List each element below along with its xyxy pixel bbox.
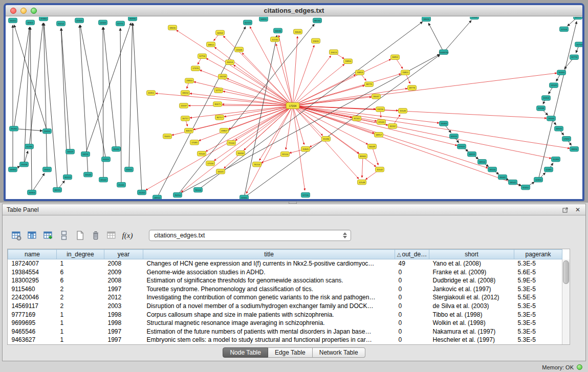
network-node[interactable]: 22040	[377, 120, 386, 124]
network-node[interactable]: 18957	[375, 133, 383, 137]
network-node[interactable]: 16444	[557, 70, 566, 75]
cell-title[interactable]: Genome-wide association studies in ADHD.	[143, 268, 395, 277]
network-node[interactable]: 16913	[574, 17, 582, 19]
network-node[interactable]: 90513	[63, 174, 72, 179]
network-node[interactable]: 16044	[547, 116, 556, 121]
network-node[interactable]: 18301	[26, 20, 35, 25]
network-edge[interactable]	[293, 106, 547, 118]
network-node[interactable]: 23810	[185, 78, 194, 83]
network-node[interactable]: 19448	[470, 17, 479, 19]
tab-node-table[interactable]: Node Table	[223, 347, 268, 358]
network-node[interactable]: 15953	[542, 96, 551, 100]
network-node[interactable]: 16963	[28, 190, 36, 194]
network-node[interactable]: 19611	[312, 38, 320, 43]
network-node[interactable]: 16041	[216, 169, 225, 173]
network-node[interactable]: 14543	[550, 83, 558, 87]
network-node[interactable]: 74850	[344, 59, 353, 63]
network-node[interactable]: 18630	[168, 25, 177, 30]
network-node[interactable]: 88130	[313, 18, 322, 23]
network-node[interactable]: 16902	[216, 30, 225, 35]
network-node[interactable]: 55723	[244, 20, 252, 25]
cell-pagerank[interactable]: 5.3E-5	[514, 285, 562, 294]
network-node[interactable]: 71544	[227, 141, 236, 145]
network-node[interactable]: 18694	[570, 147, 579, 151]
cell-year[interactable]: 1998	[104, 319, 143, 327]
network-node[interactable]: 18775	[365, 82, 374, 86]
cell-short[interactable]: Franke et al. (2009)	[429, 268, 514, 277]
cell-title[interactable]: Investigating the contribution of common…	[143, 293, 395, 302]
network-node[interactable]: 30671	[213, 102, 222, 106]
cell-year[interactable]: 2008	[104, 276, 143, 285]
cell-out-degree[interactable]: 0	[395, 336, 429, 344]
cell-in-degree[interactable]: 1	[57, 327, 104, 336]
network-node[interactable]: 18776	[408, 85, 417, 90]
network-node[interactable]: 69919	[450, 134, 459, 139]
network-node[interactable]: 67919	[458, 144, 466, 149]
network-node[interactable]: 18104	[488, 167, 497, 171]
network-node[interactable]: 16162	[388, 124, 397, 128]
network-node[interactable]: 76104	[194, 187, 203, 192]
cell-year[interactable]: 1997	[104, 336, 143, 344]
network-edge[interactable]	[32, 173, 45, 192]
network-node[interactable]: 16852	[391, 55, 400, 59]
network-node[interactable]: 76254	[173, 192, 182, 197]
cell-year[interactable]: 1997	[104, 285, 143, 294]
network-edge[interactable]	[133, 23, 142, 192]
network-edge[interactable]	[24, 27, 30, 164]
cell-short[interactable]: Dudbridge et al. (2008)	[429, 276, 514, 285]
network-node[interactable]: 15184	[322, 137, 331, 141]
column-header-title[interactable]: title	[143, 250, 395, 259]
scrollbar-thumb[interactable]	[563, 260, 569, 284]
tab-network-table[interactable]: Network Table	[313, 347, 365, 358]
network-node[interactable]: 74853	[356, 70, 364, 75]
network-node[interactable]: 17376	[191, 66, 200, 71]
network-node[interactable]: 12240	[271, 37, 279, 41]
network-node[interactable]: 18542	[509, 180, 517, 184]
cell-pagerank[interactable]: 5.3E-5	[514, 302, 562, 311]
network-node[interactable]: 30672	[185, 128, 193, 133]
network-node[interactable]: 16640	[294, 29, 302, 34]
cell-in-degree[interactable]: 1	[57, 311, 104, 319]
table-row[interactable]: 2242004622012Investigating the contribut…	[8, 293, 562, 302]
network-edge[interactable]	[30, 27, 32, 192]
cell-short[interactable]: Nakamura et al. (1997)	[429, 327, 514, 336]
network-node[interactable]: 15283	[552, 157, 560, 161]
network-node[interactable]: 20543	[84, 172, 93, 177]
show-columns-button[interactable]	[26, 229, 39, 242]
network-node[interactable]: 15546	[399, 108, 407, 113]
cell-name[interactable]: 9777169	[8, 311, 57, 319]
network-node[interactable]: 32161	[353, 116, 361, 121]
cell-out-degree[interactable]: 0	[395, 276, 429, 285]
network-node[interactable]: 18983	[9, 167, 17, 171]
network-node[interactable]: 74851	[401, 70, 410, 75]
network-node[interactable]: 18616	[422, 17, 431, 21]
network-node[interactable]: 16619	[66, 149, 75, 154]
cell-short[interactable]: Jankovic et al. (1997)	[429, 285, 514, 294]
network-edge[interactable]	[279, 35, 293, 106]
network-node[interactable]: 19739	[575, 42, 583, 47]
table-row[interactable]: 911546021997Tourette syndrome. Phenomeno…	[8, 285, 562, 294]
network-edge[interactable]	[293, 106, 457, 146]
network-node[interactable]: 16049	[368, 144, 377, 149]
cell-title[interactable]: Embryonic stem cells: a model to study s…	[143, 336, 395, 344]
network-node[interactable]: 18812	[207, 42, 215, 47]
cell-pagerank[interactable]: 5.3E-5	[514, 327, 562, 336]
network-node[interactable]: 91154	[57, 21, 66, 26]
cell-title[interactable]: Changes of HCN gene expression and I(f) …	[143, 259, 395, 268]
cell-pagerank[interactable]: 5.5E-5	[514, 293, 562, 302]
column-header-short[interactable]: short	[429, 250, 514, 259]
cell-in-degree[interactable]: 2	[57, 293, 104, 302]
cell-out-degree[interactable]: 0	[395, 268, 429, 277]
network-view[interactable]: 1720416902188121275417376238101805422037…	[6, 17, 582, 199]
cell-short[interactable]: de Silva et al. (2003)	[429, 302, 514, 311]
network-node[interactable]: 17081	[190, 140, 199, 145]
network-edge[interactable]	[372, 146, 378, 165]
network-node[interactable]: 19613	[330, 50, 338, 54]
network-node[interactable]: 18215	[53, 187, 62, 192]
cell-year[interactable]: 1998	[104, 311, 143, 319]
network-node[interactable]: 13216	[376, 107, 385, 112]
network-node[interactable]: 21241	[117, 182, 126, 187]
cell-name[interactable]: 9465546	[8, 327, 57, 336]
network-hub-node[interactable]: 17204	[286, 103, 299, 109]
network-node[interactable]: 16055	[9, 18, 17, 23]
